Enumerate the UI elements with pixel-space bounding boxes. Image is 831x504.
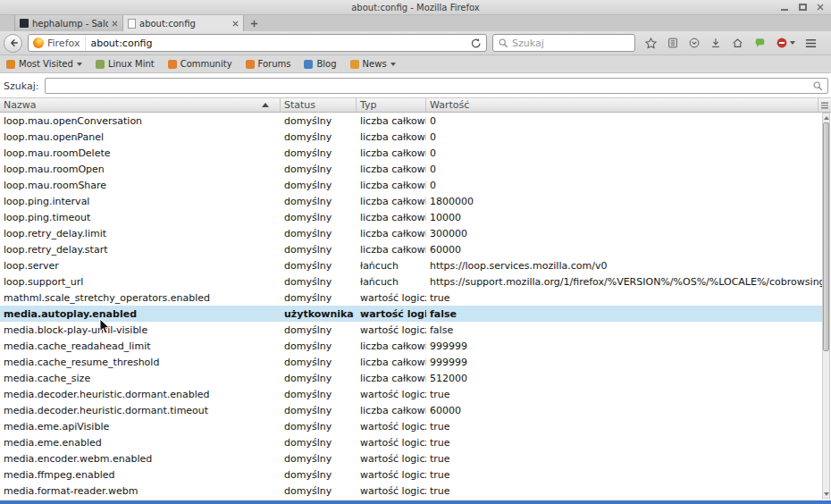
downloads-button[interactable] — [709, 37, 722, 49]
scroll-up-button[interactable] — [823, 113, 829, 122]
browser-search[interactable] — [492, 34, 635, 52]
pref-value: 60000 — [426, 244, 822, 256]
bookmarks-menu-button[interactable] — [667, 37, 679, 49]
pref-row[interactable]: media.cache_sizedomyślnyliczba całkowita… — [0, 370, 822, 386]
pref-row[interactable]: media.cache_resume_thresholddomyślnylicz… — [0, 354, 822, 370]
bookmark-item[interactable]: Most Visited — [6, 59, 82, 69]
pref-name: loop.mau.roomOpen — [0, 164, 281, 175]
pref-name: media.cache_size — [0, 373, 281, 384]
chevron-down-icon — [77, 63, 82, 66]
minimize-button[interactable] — [779, 2, 790, 13]
pref-name: media.ffmpeg.enabled — [0, 469, 281, 481]
bookmark-star-button[interactable] — [644, 37, 658, 50]
config-search-input[interactable] — [50, 80, 809, 92]
table-header: Nazwa Status Typ Wartość — [0, 97, 831, 113]
pref-status: domyślny — [281, 115, 357, 127]
titlebar[interactable]: about:config - Mozilla Firefox — [0, 0, 831, 15]
chevron-down-icon — [390, 63, 396, 66]
pref-type: wartość logiczna — [357, 389, 426, 400]
pref-row[interactable]: media.format-reader.webmdomyślnywartość … — [0, 483, 822, 499]
reload-button[interactable] — [470, 38, 482, 49]
bookmark-item[interactable]: Linux Mint — [96, 59, 155, 69]
bookmark-item[interactable]: Forums — [246, 59, 291, 69]
pref-value: false — [426, 324, 822, 336]
new-tab-button[interactable] — [244, 15, 264, 31]
url-bar[interactable]: Firefox — [28, 34, 487, 52]
pref-type: wartość logiczna — [357, 485, 426, 497]
pref-row[interactable]: loop.ping.timeoutdomyślnyliczba całkowit… — [0, 209, 822, 225]
bookmark-item[interactable]: Blog — [304, 59, 336, 69]
bookmark-favicon — [6, 60, 15, 69]
pref-name: loop.mau.roomDelete — [0, 147, 281, 159]
pref-row[interactable]: media.decoder.heuristic.dormant.enabledd… — [0, 386, 822, 402]
pref-row[interactable]: media.block-play-until-visibledomyślnywa… — [0, 322, 822, 338]
pref-status: domyślny — [281, 405, 357, 416]
pref-row[interactable]: loop.serverdomyślnyłańcuchhttps://loop.s… — [0, 257, 822, 273]
pocket-button[interactable] — [688, 37, 701, 49]
column-header-status[interactable]: Status — [281, 98, 357, 112]
pref-row[interactable]: loop.mau.roomDeletedomyślnyliczba całkow… — [0, 145, 822, 161]
pref-row[interactable]: loop.retry_delay.startdomyślnyliczba cał… — [0, 241, 822, 257]
column-label: Nazwa — [4, 99, 36, 111]
pref-status: domyślny — [281, 180, 357, 191]
pref-name: loop.mau.openPanel — [0, 131, 281, 143]
tab-about-config[interactable]: about:config — [123, 15, 244, 31]
pref-row[interactable]: loop.retry_delay.limitdomyślnyliczba cał… — [0, 225, 822, 241]
pref-row[interactable]: media.ffmpeg.enableddomyślnywartość logi… — [0, 466, 822, 483]
scrollbar-thumb[interactable] — [823, 122, 829, 351]
pref-row[interactable]: media.cache_readahead_limitdomyślnyliczb… — [0, 338, 822, 354]
url-input[interactable] — [90, 38, 466, 49]
pref-value: 512000 — [426, 373, 822, 384]
maximize-button[interactable] — [797, 2, 808, 13]
pref-value: true — [426, 389, 822, 400]
pref-value: true — [426, 292, 822, 304]
pref-name: media.block-play-until-visible — [0, 324, 281, 336]
back-arrow-icon — [8, 38, 19, 48]
bookmark-item[interactable]: News — [350, 59, 396, 69]
column-header-typ[interactable]: Typ — [357, 98, 426, 112]
config-search-field[interactable] — [45, 78, 828, 94]
adblock-button[interactable] — [776, 37, 795, 49]
pref-type: liczba całkowita — [357, 131, 426, 143]
pref-row[interactable]: loop.ping.intervaldomyślnyliczba całkowi… — [0, 193, 822, 209]
site-identity[interactable]: Firefox — [33, 35, 86, 51]
bookmark-item[interactable]: Community — [168, 59, 232, 69]
pref-row[interactable]: loop.support_urldomyślnyłańcuchhttps://s… — [0, 273, 822, 290]
pref-row[interactable]: media.encoder.webm.enableddomyślnywartoś… — [0, 450, 822, 466]
pref-type: liczba całkowita — [357, 147, 426, 159]
pref-row[interactable]: loop.mau.openConversationdomyślnyliczba … — [0, 113, 822, 129]
pref-row[interactable]: mathml.scale_stretchy_operators.enabledd… — [0, 290, 822, 306]
tab-favicon — [20, 19, 29, 28]
tab-close-button[interactable] — [112, 21, 118, 27]
vertical-scrollbar[interactable] — [822, 113, 830, 499]
pref-row[interactable]: media.decoder.heuristic.dormant.timeoutd… — [0, 402, 822, 418]
column-label: Status — [284, 99, 315, 111]
column-header-nazwa[interactable]: Nazwa — [0, 98, 281, 112]
pref-row[interactable]: media.autoplay.enabledużytkownikawartość… — [0, 306, 822, 322]
home-button[interactable] — [731, 37, 744, 49]
pref-type: wartość logiczna — [357, 437, 426, 449]
pref-name: media.eme.enabled — [0, 437, 281, 449]
pref-row[interactable]: media.eme.apiVisibledomyślnywartość logi… — [0, 418, 822, 434]
pref-status: domyślny — [281, 212, 357, 223]
close-button[interactable] — [815, 2, 826, 13]
menu-button[interactable] — [804, 38, 818, 49]
pref-row[interactable]: loop.mau.openPaneldomyślnyliczba całkowi… — [0, 129, 822, 145]
pref-value: 0 — [426, 147, 822, 159]
tab-salon24[interactable]: hephalump - Salon24... — [14, 15, 123, 31]
pref-row[interactable]: loop.mau.roomSharedomyślnyliczba całkowi… — [0, 177, 822, 193]
browser-search-input[interactable] — [512, 38, 630, 49]
column-picker-button[interactable] — [818, 98, 831, 112]
tab-close-button[interactable] — [232, 21, 239, 27]
scroll-down-button[interactable] — [823, 490, 829, 498]
pref-row[interactable]: loop.mau.roomOpendomyślnyliczba całkowit… — [0, 161, 822, 177]
close-icon — [112, 21, 118, 27]
pref-type: liczba całkowita — [357, 340, 426, 352]
pref-row[interactable]: media.eme.enableddomyślnywartość logiczn… — [0, 434, 822, 450]
chevron-down-icon — [790, 41, 795, 45]
back-button[interactable] — [4, 34, 22, 53]
hello-button[interactable] — [753, 37, 767, 49]
pref-value: 999999 — [426, 340, 822, 352]
column-header-wartosc[interactable]: Wartość — [426, 98, 818, 112]
plus-icon — [249, 19, 259, 29]
